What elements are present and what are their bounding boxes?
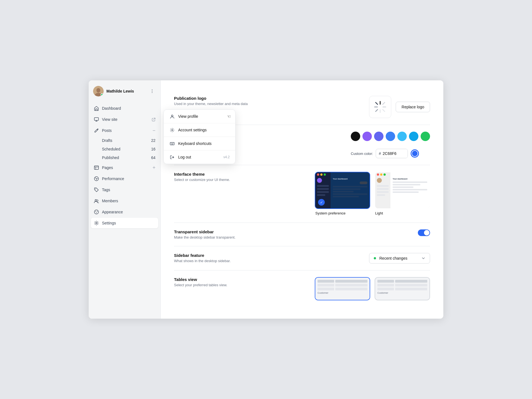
chart-icon bbox=[94, 176, 99, 181]
svg-rect-29 bbox=[173, 143, 173, 144]
system-theme-label: System preference bbox=[315, 209, 370, 216]
theme-card-inner-system[interactable]: Your dashboard bbox=[315, 172, 370, 209]
theme-options: Your dashboard bbox=[315, 172, 430, 216]
table-card-1[interactable]: Customer bbox=[315, 277, 370, 300]
sidebar-item-appearance[interactable]: Appearance bbox=[91, 207, 158, 217]
dropdown-label: Recent changes bbox=[379, 256, 419, 260]
sidebar-item-view-site[interactable]: View site bbox=[91, 114, 158, 125]
sidebar-item-label: Dashboard bbox=[102, 106, 155, 111]
transparent-sidebar-section: Transparent sidebar Make the desktop sid… bbox=[174, 223, 430, 246]
logo-section-desc: Used in your theme, newsletter and meta … bbox=[174, 102, 360, 106]
avatar bbox=[93, 86, 104, 96]
popup-item-keyboard-shortcuts[interactable]: Keyboard shortcuts bbox=[164, 137, 235, 150]
svg-point-4 bbox=[152, 91, 153, 92]
svg-point-5 bbox=[152, 92, 153, 93]
gear-icon bbox=[94, 220, 99, 226]
light-dashboard-label: Your dashboard bbox=[393, 178, 427, 180]
color-swatch-blue[interactable] bbox=[386, 132, 395, 141]
toggle-knob bbox=[424, 230, 429, 236]
sidebar-item-drafts[interactable]: Drafts 22 bbox=[99, 136, 158, 145]
sub-nav-label: Drafts bbox=[102, 138, 112, 143]
sidebar-item-tags[interactable]: Tags bbox=[91, 185, 158, 195]
sidebar-feature-dropdown[interactable]: Recent changes bbox=[369, 253, 430, 264]
user-name: Mathilde Lewis bbox=[106, 89, 145, 93]
svg-rect-6 bbox=[94, 118, 99, 121]
app-window: Mathilde Lewis Dashboard bbox=[89, 80, 443, 319]
popup-item-account-settings[interactable]: Account settings bbox=[164, 123, 235, 137]
sub-nav-label: Scheduled bbox=[102, 147, 120, 151]
replace-logo-button[interactable]: Replace logo bbox=[396, 102, 430, 112]
sidebar-item-members[interactable]: Members bbox=[91, 196, 158, 206]
logo-section-control: Replace logo bbox=[369, 96, 430, 118]
svg-point-15 bbox=[96, 222, 97, 224]
popup-item-view-profile[interactable]: View profile ☜ bbox=[164, 110, 235, 123]
cursor-icon: ☜ bbox=[227, 114, 231, 119]
dropdown-dot bbox=[374, 257, 376, 259]
theme-card-system[interactable]: Your dashboard bbox=[315, 172, 370, 216]
users-icon bbox=[94, 198, 99, 204]
popup-item-logout[interactable]: Log out v4.2 bbox=[164, 150, 235, 164]
sidebar-item-posts[interactable]: Posts − bbox=[91, 125, 158, 136]
interface-theme-desc: Select or customize your UI theme. bbox=[174, 178, 306, 182]
sidebar-feature-label: Sidebar feature What shows in the deskto… bbox=[174, 253, 360, 263]
sub-nav-label: Published bbox=[102, 155, 119, 160]
table-card-preview-2: Customer bbox=[375, 278, 429, 300]
sidebar-item-settings[interactable]: Settings bbox=[91, 218, 158, 228]
user-menu-button[interactable] bbox=[148, 87, 156, 95]
color-swatch-green[interactable] bbox=[421, 132, 430, 141]
custom-color-input[interactable] bbox=[383, 149, 408, 158]
table-card-2[interactable]: Customer bbox=[375, 277, 430, 300]
sidebar-feature-control: Recent changes bbox=[369, 253, 430, 264]
transparent-sidebar-toggle[interactable] bbox=[418, 229, 430, 236]
table-preview-label-2: Customer bbox=[377, 291, 427, 294]
svg-rect-27 bbox=[171, 143, 171, 144]
color-preview-circle[interactable] bbox=[411, 149, 419, 158]
sidebar-feature-section: Sidebar feature What shows in the deskto… bbox=[174, 246, 430, 270]
interface-theme-section: Interface theme Select or customize your… bbox=[174, 165, 430, 223]
sidebar-item-dashboard[interactable]: Dashboard bbox=[91, 103, 158, 114]
svg-point-9 bbox=[95, 189, 96, 189]
transparent-sidebar-title: Transparent sidebar bbox=[174, 229, 409, 234]
color-swatch-black[interactable] bbox=[351, 132, 360, 141]
color-swatch-purple[interactable] bbox=[362, 132, 372, 141]
palette-icon bbox=[94, 209, 99, 215]
sidebar-item-label: Performance bbox=[102, 177, 155, 181]
posts-sub-nav: Drafts 22 Scheduled 16 Published 64 bbox=[99, 136, 158, 162]
home-icon bbox=[94, 106, 99, 111]
transparent-sidebar-desc: Make the desktop sidebar transparent. bbox=[174, 235, 409, 239]
color-swatch-sky[interactable] bbox=[397, 132, 407, 141]
logo-spinner-icon bbox=[374, 100, 387, 114]
chevron-down-icon bbox=[421, 256, 425, 260]
color-swatch-cyan[interactable] bbox=[409, 132, 418, 141]
theme-card-inner-light[interactable]: Your dashboard bbox=[375, 172, 430, 209]
svg-line-20 bbox=[376, 103, 378, 104]
sidebar: Mathilde Lewis Dashboard bbox=[89, 80, 161, 319]
svg-point-11 bbox=[94, 210, 99, 214]
sidebar-item-published[interactable]: Published 64 bbox=[99, 154, 158, 162]
tables-view-title: Tables view bbox=[174, 277, 306, 282]
avatar-status bbox=[101, 93, 103, 96]
svg-line-21 bbox=[383, 109, 385, 111]
sidebar-item-label: Posts bbox=[102, 128, 150, 133]
theme-card-light[interactable]: Your dashboard Light bbox=[375, 172, 430, 216]
svg-point-13 bbox=[97, 211, 98, 212]
color-swatches bbox=[351, 132, 430, 141]
sidebar-item-label: Tags bbox=[102, 188, 155, 192]
scheduled-badge: 16 bbox=[151, 147, 155, 151]
color-swatch-indigo[interactable] bbox=[374, 132, 383, 141]
svg-point-14 bbox=[96, 213, 97, 213]
logo-box bbox=[369, 96, 391, 118]
published-badge: 64 bbox=[151, 155, 155, 160]
tables-view-label: Tables view Select your preferred tables… bbox=[174, 277, 306, 287]
sidebar-item-performance[interactable]: Performance bbox=[91, 173, 158, 184]
svg-rect-26 bbox=[170, 142, 174, 145]
interface-theme-control: Your dashboard bbox=[315, 172, 430, 216]
sidebar-item-label: View site bbox=[102, 117, 149, 122]
tables-view-control: Customer bbox=[315, 277, 430, 300]
sidebar-item-pages[interactable]: Pages + bbox=[91, 162, 158, 173]
sidebar-item-scheduled[interactable]: Scheduled 16 bbox=[99, 145, 158, 153]
dark-dashboard-label: Your dashboard bbox=[333, 178, 367, 180]
system-theme-preview: Your dashboard bbox=[315, 172, 370, 208]
popup-logout-label: Log out bbox=[178, 155, 191, 159]
svg-point-25 bbox=[172, 129, 173, 131]
